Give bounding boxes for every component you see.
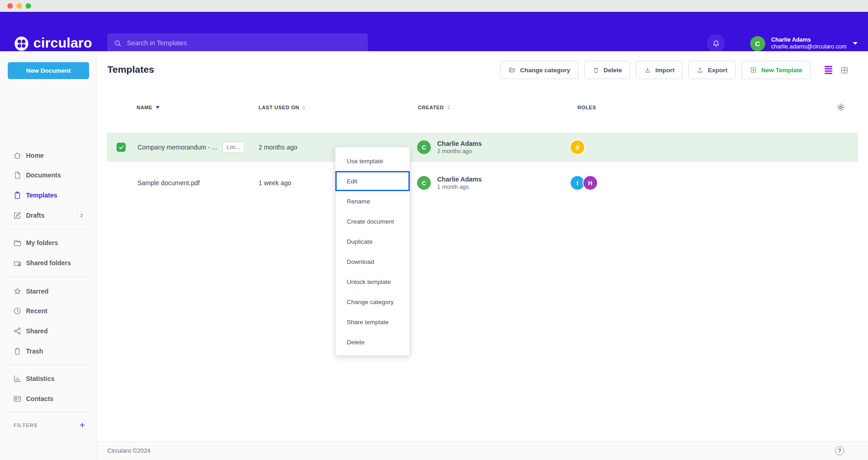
last-used-cell: 2 months ago: [259, 133, 297, 162]
menu-item-label: Edit: [347, 178, 357, 185]
import-label: Import: [655, 67, 674, 74]
menu-item-use-template[interactable]: Use template: [335, 151, 410, 171]
trash-icon: [593, 67, 599, 74]
sidebar-item-label: Starred: [26, 288, 48, 295]
page-title: Templates: [107, 64, 154, 75]
sidebar-divider: [6, 229, 90, 230]
menu-item-edit[interactable]: Edit: [335, 171, 410, 191]
export-button[interactable]: Export: [688, 61, 736, 79]
column-label: CREATED: [418, 105, 444, 110]
table-row[interactable]: Company memorandum - ... Loc... 2 months…: [107, 133, 858, 162]
sidebar-item-home[interactable]: Home: [0, 145, 97, 166]
sort-icon: [302, 105, 305, 110]
menu-item-duplicate[interactable]: Duplicate: [335, 231, 410, 251]
folder-icon: [13, 238, 22, 247]
sidebar-item-trash[interactable]: Trash: [0, 341, 97, 361]
sidebar-item-label: Drafts: [26, 212, 44, 219]
role-badge[interactable]: I: [571, 176, 584, 190]
row-checkbox-checked[interactable]: [116, 143, 126, 152]
list-view-icon[interactable]: [825, 66, 832, 74]
sidebar: New Document Home Documents Templates Dr…: [0, 51, 97, 460]
sidebar-item-shared[interactable]: Shared: [0, 321, 97, 341]
sort-icon: [447, 105, 450, 110]
notifications-button[interactable]: [707, 34, 725, 53]
menu-item-rename[interactable]: Rename: [335, 191, 410, 211]
menu-item-label: Share template: [347, 319, 389, 326]
gear-icon: [836, 103, 845, 112]
menu-item-delete[interactable]: Delete: [335, 332, 410, 352]
sidebar-divider: [6, 365, 90, 365]
last-used-cell: 1 week ago: [259, 168, 291, 198]
sort-desc-icon: [156, 106, 159, 109]
sidebar-item-label: Statistics: [26, 375, 54, 382]
sidebar-item-contacts[interactable]: Contacts: [0, 389, 97, 409]
bell-icon: [712, 39, 720, 48]
new-template-button[interactable]: New Template: [741, 61, 810, 79]
created-time: 1 month ago: [437, 183, 482, 191]
menu-item-download[interactable]: Download: [335, 251, 410, 272]
sidebar-item-templates[interactable]: Templates: [0, 185, 97, 205]
new-document-button[interactable]: New Document: [8, 62, 89, 79]
role-badge[interactable]: H: [583, 176, 597, 190]
user-info: Charlie Adams charlie.adams@circularo.co…: [771, 37, 847, 50]
menu-item-label: Create document: [347, 218, 394, 225]
sidebar-item-recent[interactable]: Recent: [0, 301, 97, 321]
delete-label: Delete: [603, 67, 622, 74]
roles-cell: I H: [571, 168, 597, 198]
menu-item-unlock-template[interactable]: Unlock template: [335, 272, 410, 292]
menu-item-change-category[interactable]: Change category: [335, 292, 410, 312]
sidebar-item-label: Shared folders: [26, 259, 71, 267]
statistics-icon: [13, 374, 22, 383]
template-name: Sample document.pdf: [138, 179, 200, 187]
roles-cell: S: [571, 133, 584, 162]
sidebar-item-my-folders[interactable]: My folders: [0, 233, 97, 253]
sidebar-item-shared-folders[interactable]: Shared folders: [0, 253, 97, 273]
minimize-window-button[interactable]: [16, 3, 22, 9]
creator-name: Charlie Adams: [437, 175, 482, 183]
export-label: Export: [708, 67, 727, 74]
user-avatar: C: [750, 36, 765, 51]
menu-item-share-template[interactable]: Share template: [335, 312, 410, 332]
sidebar-item-statistics[interactable]: Statistics: [0, 369, 97, 389]
help-button[interactable]: ?: [835, 446, 844, 455]
sidebar-item-label: Contacts: [26, 395, 53, 402]
created-cell: C Charlie Adams 1 month ago: [417, 168, 482, 198]
avatar: C: [417, 176, 431, 190]
sidebar-item-label: Shared: [26, 327, 48, 335]
sidebar-item-documents[interactable]: Documents: [0, 165, 97, 185]
close-window-button[interactable]: [7, 3, 13, 9]
column-header-last-used[interactable]: LAST USED ON: [259, 105, 305, 110]
check-icon: [118, 144, 124, 150]
grid-view-icon[interactable]: [840, 66, 849, 75]
search-input[interactable]: [127, 39, 361, 47]
document-icon: [13, 171, 22, 180]
role-badge[interactable]: S: [571, 140, 584, 154]
menu-item-create-document[interactable]: Create document: [335, 211, 410, 231]
search-bar[interactable]: [107, 33, 368, 53]
circularo-logo-icon[interactable]: [15, 37, 28, 51]
sidebar-item-drafts[interactable]: Drafts 2: [0, 205, 97, 225]
clock-icon: [13, 306, 22, 316]
column-header-name[interactable]: NAME: [137, 105, 159, 110]
zoom-window-button[interactable]: [26, 3, 31, 9]
folder-icon: [508, 66, 516, 74]
menu-item-label: Download: [347, 258, 374, 265]
shared-folder-icon: [13, 258, 22, 267]
creator-name: Charlie Adams: [437, 139, 482, 148]
user-menu[interactable]: C Charlie Adams charlie.adams@circularo.…: [750, 33, 857, 54]
table-row[interactable]: Sample document.pdf 1 week ago C Charlie…: [107, 168, 858, 198]
trash-icon: [13, 347, 22, 356]
change-category-button[interactable]: Change category: [500, 61, 578, 79]
import-button[interactable]: Import: [636, 61, 683, 79]
template-icon: [13, 191, 22, 200]
add-filter-button[interactable]: +: [79, 421, 85, 430]
question-mark-icon: ?: [838, 448, 841, 454]
sidebar-item-starred[interactable]: Starred: [0, 281, 97, 301]
filters-label: FILTERS: [14, 423, 37, 428]
filters-section: FILTERS +: [0, 417, 97, 433]
column-header-created[interactable]: CREATED: [418, 105, 450, 110]
share-icon: [13, 326, 22, 336]
user-email: charlie.adams@circularo.com: [771, 43, 847, 50]
delete-button[interactable]: Delete: [584, 61, 630, 79]
table-settings-button[interactable]: [836, 103, 845, 112]
